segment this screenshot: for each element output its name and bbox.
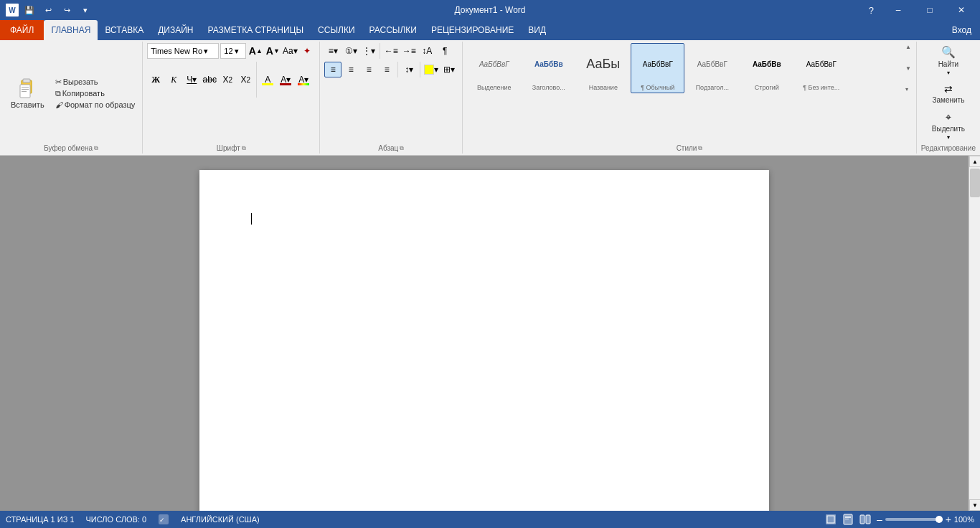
align-center-button[interactable]: ≡ xyxy=(342,62,359,77)
scroll-down-button[interactable]: ▼ xyxy=(969,499,980,511)
spell-check-icon[interactable]: ✓ xyxy=(158,514,169,525)
svg-rect-14 xyxy=(860,515,864,524)
paragraph-expand-icon[interactable]: ⧉ xyxy=(400,145,404,152)
shading-button[interactable]: ▾ xyxy=(423,62,440,77)
tab-home[interactable]: ГЛАВНАЯ xyxy=(44,20,98,40)
clipboard-expand-icon[interactable]: ⧉ xyxy=(94,145,98,152)
font-color-button[interactable]: А▾ xyxy=(277,72,294,88)
tab-layout[interactable]: РАЗМЕТКА СТРАНИЦЫ xyxy=(201,20,311,40)
subscript-button[interactable]: X2 xyxy=(219,72,236,88)
scroll-thumb[interactable] xyxy=(970,169,980,197)
font-row-2: Ж К Ч▾ abc X2 X2 A А▾ А▾ xyxy=(147,62,312,98)
font-group: Times New Ro ▾ 12 ▾ A▲ A▼ Аа▾ ✦ Ж К Ч▾ a… xyxy=(143,42,320,154)
text-effects-button[interactable]: А▾ xyxy=(295,72,312,88)
restore-button[interactable]: □ xyxy=(917,0,943,20)
increase-indent-button[interactable]: →≡ xyxy=(400,43,418,59)
title-bar-left: W 💾 ↩ ↪ ▾ xyxy=(6,2,93,18)
styles-scroll-down[interactable]: ▼ xyxy=(905,65,912,72)
reading-view-icon[interactable] xyxy=(859,514,871,525)
align-right-button[interactable]: ≡ xyxy=(360,62,377,77)
style-normal[interactable]: АаБбВвГ ¶ Обычный xyxy=(631,43,684,93)
text-highlight-button[interactable]: A xyxy=(259,72,276,88)
decrease-font-size-button[interactable]: A▼ xyxy=(265,43,281,59)
style-no-spacing[interactable]: АаБбВвГ ¶ Без инте... xyxy=(794,43,848,93)
clipboard-content: Вставить ✂ Вырезать ⧉ Копировать 🖌 Форма… xyxy=(4,43,138,143)
document-page[interactable] xyxy=(199,170,769,511)
qat-redo[interactable]: ↪ xyxy=(59,2,75,18)
increase-font-size-button[interactable]: A▲ xyxy=(248,43,263,59)
style-subtitle[interactable]: АаБбВвГ Подзагол... xyxy=(685,43,739,93)
copy-button[interactable]: ⧉ Копировать xyxy=(52,88,138,99)
zoom-out-button[interactable]: – xyxy=(877,514,882,525)
tab-insert[interactable]: ВСТАВКА xyxy=(98,20,151,40)
print-layout-icon[interactable] xyxy=(842,514,854,525)
select-icon: ⌖ xyxy=(946,111,951,123)
close-button[interactable]: ✕ xyxy=(948,0,974,20)
select-button[interactable]: ⌖ Выделить ▾ xyxy=(928,109,969,143)
line-spacing-button[interactable]: ↕▾ xyxy=(400,62,418,77)
justify-button[interactable]: ≡ xyxy=(378,62,395,77)
style-subtitle-label: Подзагол... xyxy=(696,84,729,91)
document-scroll-area[interactable] xyxy=(0,156,969,511)
font-name-input[interactable]: Times New Ro ▾ xyxy=(147,43,219,59)
editing-label: Редактирование xyxy=(921,143,976,152)
cut-button[interactable]: ✂ Вырезать xyxy=(52,77,138,88)
style-heading[interactable]: АаБбВв Заголово... xyxy=(522,43,575,93)
zoom-thumb xyxy=(936,516,943,523)
tab-mailings[interactable]: РАССЫЛКИ xyxy=(362,20,424,40)
show-hide-button[interactable]: ¶ xyxy=(436,43,453,59)
style-heading-preview: АаБбВв xyxy=(534,45,563,84)
minimize-button[interactable]: – xyxy=(885,0,911,20)
style-title[interactable]: АаБы Название xyxy=(576,43,630,93)
sort-button[interactable]: ↕A xyxy=(418,43,435,59)
multilevel-list-button[interactable]: ⋮▾ xyxy=(360,43,377,59)
clear-format-button[interactable]: ✦ xyxy=(299,43,315,59)
zoom-slider[interactable] xyxy=(885,518,943,521)
change-case-button[interactable]: Аа▾ xyxy=(282,43,298,59)
underline-button[interactable]: Ч▾ xyxy=(183,72,200,88)
scroll-track[interactable] xyxy=(969,167,980,499)
styles-label: Стили ⧉ xyxy=(467,143,912,152)
qat-save[interactable]: 💾 xyxy=(22,2,37,18)
word-count-item: ЧИСЛО СЛОВ: 0 xyxy=(86,515,147,524)
styles-scroll-controls: ▲ ▼ ▾ xyxy=(905,43,912,93)
tab-review[interactable]: РЕЦЕНЗИРОВАНИЕ xyxy=(424,20,521,40)
decrease-indent-button[interactable]: ←≡ xyxy=(382,43,400,59)
style-selection[interactable]: АаБбВвГ Выделение xyxy=(467,43,521,93)
qat-undo[interactable]: ↩ xyxy=(40,2,56,18)
tab-references[interactable]: ССЫЛКИ xyxy=(311,20,362,40)
qat-dropdown[interactable]: ▾ xyxy=(77,2,93,18)
superscript-button[interactable]: X2 xyxy=(237,72,254,88)
borders-button[interactable]: ⊞▾ xyxy=(440,62,458,77)
format-painter-button[interactable]: 🖌 Формат по образцу xyxy=(52,100,138,110)
bullets-button[interactable]: ≡▾ xyxy=(324,43,341,59)
zoom-in-button[interactable]: + xyxy=(946,514,951,525)
styles-scroll-up[interactable]: ▲ xyxy=(905,43,912,51)
clipboard-group: Вставить ✂ Вырезать ⧉ Копировать 🖌 Форма… xyxy=(0,42,143,154)
help-button[interactable]: ? xyxy=(863,5,880,16)
find-button[interactable]: 🔍 Найти ▾ xyxy=(935,43,963,78)
replace-button[interactable]: ⇄ Заменить xyxy=(928,81,968,106)
tab-design[interactable]: ДИЗАЙН xyxy=(151,20,200,40)
bold-button[interactable]: Ж xyxy=(147,72,164,88)
styles-expand-icon[interactable]: ⧉ xyxy=(698,145,702,152)
font-expand-icon[interactable]: ⧉ xyxy=(242,145,246,152)
ribbon: Вставить ✂ Вырезать ⧉ Копировать 🖌 Форма… xyxy=(0,40,980,156)
tab-file[interactable]: ФАЙЛ xyxy=(0,20,44,40)
replace-icon: ⇄ xyxy=(944,83,953,95)
italic-button[interactable]: К xyxy=(165,72,182,88)
styles-gallery: АаБбВвГ Выделение АаБбВв Заголово... АаБ… xyxy=(467,43,903,93)
style-strict[interactable]: АаБбВв Строгий xyxy=(740,43,793,93)
numbering-button[interactable]: ①▾ xyxy=(342,43,359,59)
paste-button[interactable]: Вставить xyxy=(4,74,51,113)
font-size-input[interactable]: 12 ▾ xyxy=(220,43,246,59)
language-item[interactable]: АНГЛИЙСКИЙ (США) xyxy=(181,515,260,524)
tab-view[interactable]: ВИД xyxy=(521,20,553,40)
scroll-up-button[interactable]: ▲ xyxy=(969,156,980,167)
styles-expand[interactable]: ▾ xyxy=(905,85,912,93)
document-view-icon[interactable] xyxy=(825,514,837,525)
align-left-button[interactable]: ≡ xyxy=(324,62,341,77)
style-title-label: Название xyxy=(589,84,618,91)
login-button[interactable]: Вход xyxy=(943,25,980,35)
strikethrough-button[interactable]: abc xyxy=(201,72,218,88)
